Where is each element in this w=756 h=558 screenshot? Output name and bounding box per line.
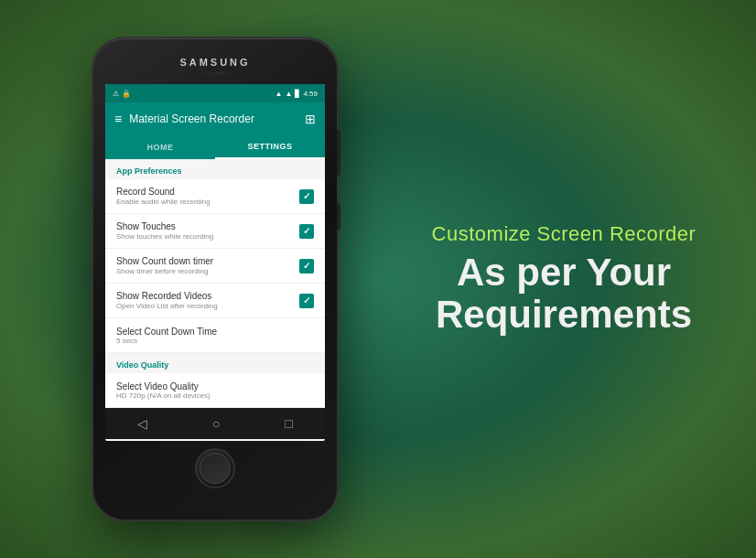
setting-title-record-sound: Record Sound [116, 187, 299, 197]
checkbox-show-videos[interactable] [299, 294, 314, 308]
alert-icon: ⚠ [113, 90, 119, 98]
action-icon[interactable]: ⊞ [305, 112, 316, 126]
setting-title-countdown: Show Count down timer [116, 256, 299, 266]
status-left-icons: ⚠ 🔒 [113, 90, 131, 98]
promo-text: Customize Screen Recorder As per Your Re… [408, 222, 719, 336]
setting-subtitle-show-videos: Open Video List after recording [116, 302, 299, 310]
speaker [197, 71, 233, 76]
app-title: Material Screen Recorder [129, 113, 305, 125]
app-toolbar: ≡ Material Screen Recorder ⊞ [105, 102, 325, 135]
section-video-quality: Video Quality [105, 353, 325, 373]
checkbox-countdown[interactable] [299, 259, 314, 274]
promo-line2: As per Your Requirements [408, 252, 719, 336]
setting-title-countdown-time: Select Count Down Time [116, 327, 314, 337]
setting-show-touches[interactable]: Show Touches Show touches while recordin… [105, 214, 325, 249]
promo-line1: Customize Screen Recorder [408, 222, 719, 246]
app-tabs: HOME SETTINGS [105, 135, 325, 159]
phone-brand: SAMSUNG [179, 57, 250, 68]
recent-button[interactable]: □ [285, 416, 292, 431]
phone-screen: ⚠ 🔒 ▲ ▲ ▊ 4:59 ≡ Material Screen Recorde… [105, 84, 325, 441]
tab-home[interactable]: HOME [105, 135, 215, 159]
status-time: 4:59 [303, 90, 318, 98]
tab-settings[interactable]: SETTINGS [215, 135, 325, 159]
setting-value-countdown-time: 5 secs [116, 337, 314, 345]
checkbox-show-touches[interactable] [299, 224, 314, 239]
settings-content: App Preferences Record Sound Enable audi… [105, 159, 325, 408]
setting-video-quality[interactable]: Select Video Quality HD 720p (N/A on all… [105, 373, 325, 408]
setting-subtitle-show-touches: Show touches while recording [116, 232, 299, 241]
physical-home-button[interactable] [195, 448, 235, 488]
setting-countdown-time[interactable]: Select Count Down Time 5 secs [105, 318, 325, 353]
setting-record-sound[interactable]: Record Sound Enable audio while recordin… [105, 179, 325, 214]
back-button[interactable]: ◁ [137, 416, 147, 431]
battery-icon: ▊ [295, 90, 300, 98]
setting-value-video-quality: HD 720p (N/A on all devices) [116, 392, 314, 400]
home-button[interactable]: ○ [212, 416, 220, 431]
phone-top: SAMSUNG [93, 38, 337, 84]
setting-show-videos[interactable]: Show Recorded Videos Open Video List aft… [105, 284, 325, 318]
setting-title-show-touches: Show Touches [116, 221, 299, 231]
checkbox-record-sound[interactable] [299, 189, 314, 204]
status-bar: ⚠ 🔒 ▲ ▲ ▊ 4:59 [105, 84, 325, 102]
lock-icon: 🔒 [122, 90, 131, 98]
menu-icon[interactable]: ≡ [114, 112, 122, 126]
section-app-prefs: App Preferences [105, 159, 325, 179]
setting-subtitle-record-sound: Enable audio while recording [116, 198, 299, 206]
setting-show-countdown[interactable]: Show Count down timer Show timer before … [105, 249, 325, 284]
phone-mockup: SAMSUNG ⚠ 🔒 ▲ ▲ ▊ 4:59 [92, 37, 339, 521]
setting-subtitle-countdown: Show timer before recording [116, 267, 299, 275]
setting-title-show-videos: Show Recorded Videos [116, 291, 299, 301]
phone-bottom [93, 441, 337, 496]
nav-bar: ◁ ○ □ [105, 408, 325, 439]
setting-title-video-quality: Select Video Quality [116, 381, 314, 392]
signal-icon: ▲ [275, 90, 283, 98]
wifi-icon: ▲ [286, 90, 293, 98]
status-right: ▲ ▲ ▊ 4:59 [275, 90, 318, 98]
